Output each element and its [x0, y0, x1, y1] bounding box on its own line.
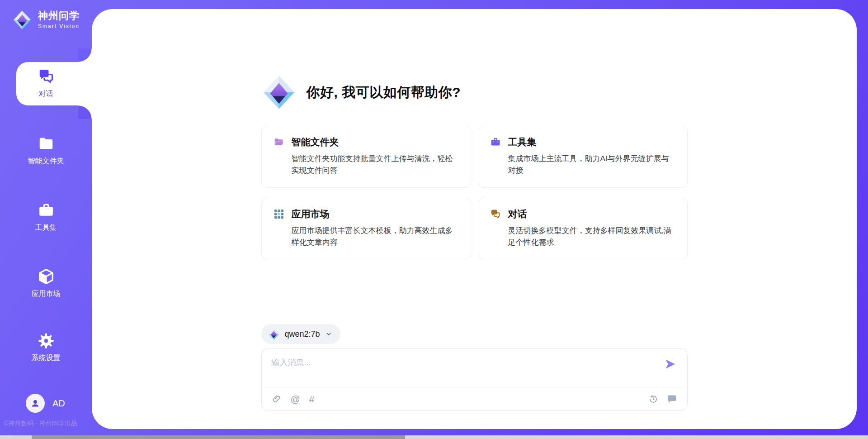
card-description: 应用市场提供丰富长文本模板，助力高效生成多样化文章内容 — [292, 225, 459, 249]
sidebar-item-label: 智能文件夹 — [28, 157, 64, 166]
model-logo-icon — [268, 328, 280, 340]
assistant-logo-icon — [261, 75, 297, 110]
card-toolset[interactable]: 工具集 集成市场上主流工具，助力AI与外界无缝扩展与对接 — [478, 126, 688, 188]
brand: 神州问学 Smart Vision — [12, 10, 80, 30]
toolbox-icon — [490, 137, 501, 148]
folder-icon — [38, 135, 55, 153]
hashtag-button[interactable]: # — [309, 394, 315, 404]
card-description: 灵活切换多模型文件，支持多样回复效果调试,满足个性化需求 — [508, 225, 675, 249]
model-selector[interactable]: qwen2:7b — [261, 324, 340, 344]
sidebar-item-label: 系统设置 — [32, 353, 61, 363]
sidebar-item-toolset[interactable]: 工具集 — [0, 202, 92, 233]
send-button[interactable] — [664, 358, 676, 370]
greeting-text: 你好, 我可以如何帮助你? — [307, 83, 461, 102]
card-smart-folder[interactable]: 智能文件夹 智能文件夹功能支持批量文件上传与清洗，轻松实现文件问答 — [261, 126, 471, 188]
horizontal-scrollbar[interactable] — [0, 435, 868, 439]
avatar — [26, 394, 45, 413]
card-title: 应用市场 — [292, 208, 330, 220]
composer-toolbar: @ # — [262, 387, 687, 410]
grid-icon — [274, 209, 284, 220]
card-chat[interactable]: 对话 灵活切换多模型文件，支持多样回复效果调试,满足个性化需求 — [478, 198, 688, 260]
card-description: 智能文件夹功能支持批量文件上传与清洗，轻松实现文件问答 — [292, 153, 459, 177]
conversation-button[interactable] — [666, 394, 677, 405]
brand-title: 神州问学 — [38, 10, 80, 21]
card-app-market[interactable]: 应用市场 应用市场提供丰富长文本模板，助力高效生成多样化文章内容 — [261, 198, 471, 260]
folder-open-icon — [274, 137, 284, 148]
feature-cards: 智能文件夹 智能文件夹功能支持批量文件上传与清洗，轻松实现文件问答 工具集 集成… — [261, 126, 688, 259]
greeting: 你好, 我可以如何帮助你? — [261, 75, 688, 110]
brand-logo-icon — [12, 10, 32, 30]
paperclip-icon — [272, 394, 282, 404]
sidebar: 神州问学 Smart Vision 对话 智能文件夹 工具集 应用市场 系统设置… — [0, 0, 92, 439]
scrollbar-thumb[interactable] — [32, 435, 405, 439]
sidebar-item-settings[interactable]: 系统设置 — [0, 332, 92, 363]
message-input[interactable] — [262, 348, 687, 387]
message-composer: @ # — [261, 348, 688, 411]
sidebar-item-app-market[interactable]: 应用市场 — [0, 268, 92, 299]
sidebar-item-chat[interactable]: 对话 — [0, 68, 92, 99]
toolbox-icon — [38, 202, 55, 219]
chat-icon — [38, 68, 55, 85]
mention-button[interactable]: @ — [291, 394, 300, 404]
model-name: qwen2:7b — [285, 329, 320, 339]
sidebar-item-label: 对话 — [39, 89, 53, 99]
person-icon — [30, 398, 41, 409]
gear-icon — [38, 332, 55, 349]
sidebar-item-label: 工具集 — [35, 223, 57, 233]
brand-subtitle: Smart Vision — [38, 23, 80, 29]
main-panel: 你好, 我可以如何帮助你? 智能文件夹 智能文件夹功能支持批量文件上传与清洗，轻… — [92, 9, 857, 429]
copyright-text: ©神州数码 · 神州问学出品 — [4, 420, 77, 428]
chevron-down-icon — [325, 330, 332, 338]
card-title: 工具集 — [508, 136, 537, 148]
attach-file-button[interactable] — [272, 394, 282, 404]
sidebar-item-label: 应用市场 — [32, 289, 61, 299]
card-title: 对话 — [508, 208, 527, 220]
card-description: 集成市场上主流工具，助力AI与外界无缝扩展与对接 — [508, 153, 675, 177]
history-icon — [648, 394, 658, 404]
history-button[interactable] — [648, 394, 658, 404]
user-name: AD — [52, 398, 65, 409]
user-account[interactable]: AD — [26, 394, 65, 413]
chat-icon — [490, 209, 501, 220]
cube-icon — [38, 268, 55, 285]
chat-bubble-icon — [666, 394, 677, 405]
sidebar-item-smart-folder[interactable]: 智能文件夹 — [0, 135, 92, 166]
card-title: 智能文件夹 — [292, 136, 339, 148]
